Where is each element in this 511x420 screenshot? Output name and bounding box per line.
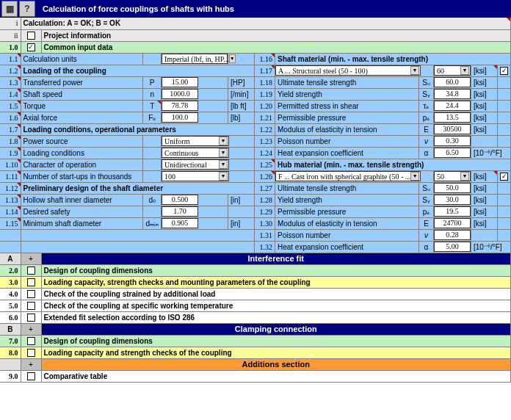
hub-yield-input[interactable]: 30.0 — [434, 195, 471, 205]
row-checkbox[interactable] — [27, 372, 35, 380]
row-checkbox[interactable] — [27, 278, 35, 286]
app-title: Calculation of force couplings of shafts… — [43, 4, 234, 13]
units-label: Calculation units — [21, 53, 143, 65]
row-num-ii: ii — [0, 29, 21, 41]
units-select[interactable]: Imperial (lbf, in, HP...▼ — [162, 54, 228, 64]
min-dia-input[interactable]: 0.905 — [162, 218, 198, 228]
help-icon[interactable]: ? — [19, 1, 35, 17]
hub-e-input[interactable]: 24700 — [434, 218, 471, 228]
startups-select[interactable]: 100▼ — [162, 171, 229, 181]
uts-input[interactable]: 60.0 — [434, 77, 471, 87]
row-checkbox[interactable] — [27, 349, 35, 357]
hub-uts-input[interactable]: 50.0 — [434, 183, 471, 193]
hub-material-select[interactable]: F ... Cast iron with spherical graphite … — [275, 171, 421, 181]
row-num: 1.0 — [0, 41, 21, 53]
dropdown-icon: ▼ — [460, 66, 469, 75]
expand-button[interactable]: + — [21, 323, 41, 335]
loading-header: Loading of the coupling — [21, 65, 254, 76]
row-checkbox[interactable] — [27, 314, 35, 322]
shaft-material-header: Shaft material (min. - max. tensile stre… — [275, 53, 510, 65]
axial-input[interactable]: 100.0 — [162, 112, 198, 123]
e-input[interactable]: 30500 — [434, 124, 471, 134]
hub-heat-input[interactable]: 5.00 — [434, 242, 471, 252]
expand-button[interactable]: + — [21, 358, 41, 370]
heat-input[interactable]: 6.50 — [434, 148, 471, 158]
shaft-material-val[interactable]: 60▼ — [434, 65, 471, 76]
section-b-label: B — [0, 323, 21, 335]
project-info-label: Project information — [41, 29, 511, 41]
dropdown-icon: ▼ — [410, 66, 419, 75]
torque-input[interactable]: 78.78 — [162, 101, 198, 111]
row-checkbox[interactable] — [27, 302, 35, 310]
hub-pressure-input[interactable]: 19.5 — [434, 206, 471, 217]
power-label: Transferred power — [21, 76, 143, 88]
shaft-material-select[interactable]: A ... Structural steel (50 - 100)▼ — [275, 65, 421, 76]
dropdown-icon: ▼ — [410, 172, 419, 181]
poisson-input[interactable]: 0.30 — [434, 136, 471, 146]
dropdown-icon: ▼ — [219, 137, 228, 145]
power-input[interactable]: 15.00 — [162, 77, 198, 87]
section-b-title: Clamping connection — [41, 323, 511, 335]
dropdown-icon: ▼ — [460, 172, 469, 181]
uts-label: Ultimate tensile strength — [275, 76, 418, 88]
hub-material-val[interactable]: 50▼ — [434, 171, 471, 181]
calc-status: Calculation: A = OK; B = OK — [21, 18, 511, 29]
section-a-label: A — [0, 253, 21, 264]
row-checkbox[interactable] — [27, 337, 35, 345]
app-logo-icon[interactable]: ▦ — [1, 1, 18, 17]
hub-mat-checkbox[interactable]: ✓ — [500, 173, 508, 181]
row-checkbox[interactable] — [27, 290, 35, 298]
speed-input[interactable]: 1000.0 — [162, 89, 198, 99]
common-input-label: Common input data — [41, 41, 511, 53]
shear-input[interactable]: 24.4 — [434, 101, 471, 111]
section-a-title: Interference fit — [41, 253, 511, 264]
dropdown-icon: ▼ — [219, 148, 228, 157]
dropdown-icon: ▼ — [219, 160, 228, 169]
dropdown-icon: ▼ — [219, 172, 228, 181]
expand-button[interactable]: + — [21, 253, 41, 264]
common-input-checkbox[interactable]: ✓ — [27, 43, 35, 51]
additions-title: Additions section — [41, 358, 511, 370]
loading-cond-select[interactable]: Continuous▼ — [162, 148, 229, 158]
project-info-checkbox[interactable] — [27, 32, 35, 40]
safety-input[interactable]: 1.70 — [162, 206, 198, 217]
hollow-dia-input[interactable]: 0.500 — [162, 195, 198, 205]
dropdown-icon: ▼ — [229, 54, 236, 63]
pressure-input[interactable]: 13.5 — [434, 112, 471, 123]
yield-input[interactable]: 34.8 — [434, 89, 471, 99]
row-checkbox[interactable] — [27, 267, 35, 275]
row-num-i: i — [0, 18, 21, 29]
char-op-select[interactable]: Unidirectional▼ — [162, 159, 229, 170]
hub-poisson-input[interactable]: 0.28 — [434, 230, 471, 240]
power-source-select[interactable]: Uniform▼ — [162, 136, 229, 146]
shaft-mat-checkbox[interactable]: ✓ — [500, 67, 508, 75]
